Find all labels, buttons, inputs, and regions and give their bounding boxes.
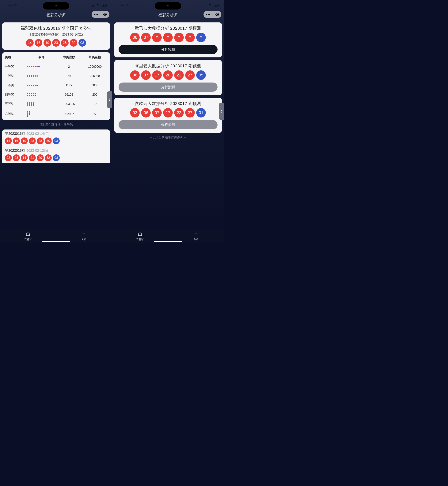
more-icon[interactable]	[206, 14, 210, 15]
red-ball: 16	[13, 138, 20, 144]
red-ball: 07	[141, 70, 151, 80]
prediction-balls: 0607*****	[117, 33, 220, 42]
prize-header: 奖项 条件 中奖注数 单奖金额	[4, 55, 108, 62]
blue-ball: 05	[196, 70, 206, 80]
red-ball: *	[174, 33, 184, 42]
prize-row: 三等奖11793000	[4, 81, 108, 90]
red-ball: 27	[185, 108, 195, 117]
red-ball: 32	[45, 154, 52, 161]
red-ball: *	[152, 33, 162, 42]
red-ball: 29	[37, 154, 44, 161]
red-ball: 07	[152, 108, 162, 117]
prize-row: 一等奖210000000	[4, 62, 108, 71]
prize-row: 五等奖130355510	[4, 99, 108, 108]
miniprogram-capsule[interactable]	[203, 11, 221, 18]
home-icon	[138, 232, 142, 237]
history-label: – 福彩双色球往期中奖号码 –	[2, 123, 110, 127]
content-left: 福彩双色球 2023016 期全国开奖公告 本期2023016开奖时间：2023…	[0, 22, 112, 230]
disclaimer: – 以上分析结果仅供参考 –	[114, 135, 222, 139]
more-icon[interactable]	[94, 14, 98, 15]
dynamic-island	[43, 2, 69, 9]
red-ball: 19	[21, 138, 28, 144]
nav-bar: 福彩分析师	[0, 10, 112, 20]
prediction-balls: 06071720222705	[117, 70, 220, 80]
prediction-card: 腾讯云大数据分析 2023017 期预测0607*****分析预测	[114, 22, 222, 58]
red-ball: 03	[13, 154, 20, 161]
winning-balls: 14161923283003	[5, 39, 108, 47]
prediction-title: 阿里云大数据分析 2023017 期预测	[117, 63, 220, 69]
wifi-icon	[96, 3, 100, 8]
red-ball: 02	[5, 154, 12, 161]
red-ball: 23	[52, 39, 60, 47]
blue-ball: 03	[53, 138, 60, 144]
blue-ball: 08	[53, 154, 60, 161]
analyze-button[interactable]: 分析预测	[119, 120, 218, 129]
prediction-title: 腾讯云大数据分析 2023017 期预测	[117, 25, 220, 31]
cellular-icon	[204, 4, 207, 7]
red-ball: 19	[43, 39, 51, 47]
announcement-card: 福彩双色球 2023016 期全国开奖公告 本期2023016开奖时间：2023…	[2, 22, 110, 50]
prediction-title: 微软云大数据分析 2023017 期预测	[117, 101, 220, 107]
phone-left: 22:29 62 福彩分析师 福彩双色球 2023016 期全国开奖公告 本期2…	[0, 0, 112, 243]
analyze-button[interactable]: 分析预测	[119, 45, 218, 54]
red-ball: 16	[35, 39, 42, 47]
prize-row: 六等奖109290715	[4, 108, 108, 119]
red-ball: 22	[174, 70, 184, 80]
history-item[interactable]: 第2023016期 2023-02-14(二)14161923283003	[2, 130, 110, 146]
analyze-button[interactable]: 分析预测	[119, 82, 218, 92]
red-ball: 22	[174, 108, 184, 117]
battery-icon: 62	[213, 4, 218, 7]
red-ball: 14	[5, 138, 12, 144]
red-ball: 06	[130, 33, 140, 42]
prize-row: 四等奖66102200	[4, 90, 108, 99]
prize-row: 二等奖79296038	[4, 71, 108, 81]
side-handle[interactable]	[219, 103, 224, 120]
history-item[interactable]: 第2023015期 2023-02-12(日)02031421293208	[2, 146, 110, 163]
content-right: 腾讯云大数据分析 2023017 期预测0607*****分析预测阿里云大数据分…	[112, 22, 224, 230]
menu-icon	[194, 232, 198, 237]
prediction-card: 微软云大数据分析 2023017 期预测03060717222701分析预测	[114, 98, 222, 133]
status-bar: 22:30 62	[112, 0, 224, 10]
nav-bar: 福彩分析师	[112, 10, 224, 20]
phone-right: 22:30 62 福彩分析师 腾讯云大数据分析 2023017 期预测0607*…	[112, 0, 224, 243]
prediction-card: 阿里云大数据分析 2023017 期预测06071720222705分析预测	[114, 60, 222, 95]
prize-table: 奖项 条件 中奖注数 单奖金额 一等奖210000000二等奖79296038三…	[4, 55, 108, 119]
blue-ball: 01	[196, 108, 206, 117]
red-ball: 03	[130, 108, 140, 117]
announcement-title: 福彩双色球 2023016 期全国开奖公告	[5, 25, 108, 31]
tab-analysis-label: 分析	[81, 238, 87, 241]
home-indicator[interactable]	[42, 241, 70, 242]
close-icon[interactable]	[216, 13, 219, 16]
wifi-icon	[208, 3, 212, 8]
nav-title: 福彩分析师	[159, 13, 177, 18]
red-ball: 21	[29, 154, 36, 161]
red-ball: 17	[152, 70, 162, 80]
history-card: 第2023016期 2023-02-14(二)14161923283003第20…	[2, 130, 110, 163]
red-ball: 17	[163, 108, 173, 117]
status-time: 22:29	[8, 3, 17, 7]
red-ball: 20	[163, 70, 173, 80]
cellular-icon	[92, 4, 95, 7]
status-time: 22:30	[121, 3, 129, 7]
home-indicator[interactable]	[154, 241, 182, 242]
side-handle[interactable]	[107, 91, 112, 108]
red-ball: 30	[70, 39, 77, 47]
prediction-balls: 03060717222701	[117, 108, 220, 117]
red-ball: 14	[26, 39, 34, 47]
red-ball: 27	[185, 70, 195, 80]
nav-title: 福彩分析师	[47, 13, 65, 18]
announcement-sub: 本期2023016开奖时间：2023-02-14(二)	[5, 33, 108, 37]
red-ball: 06	[130, 70, 140, 80]
red-ball: 06	[141, 108, 151, 117]
red-ball: 07	[141, 33, 151, 42]
miniprogram-capsule[interactable]	[92, 11, 109, 18]
status-icons: 62	[204, 3, 218, 8]
blue-ball: *	[196, 33, 206, 42]
battery-icon: 62	[101, 4, 106, 7]
tab-home-label: 双色球	[24, 238, 32, 241]
home-icon	[26, 232, 30, 237]
red-ball: 28	[37, 138, 44, 144]
tab-analysis-label: 分析	[194, 238, 199, 241]
close-icon[interactable]	[103, 13, 107, 16]
blue-ball: 03	[79, 39, 86, 47]
